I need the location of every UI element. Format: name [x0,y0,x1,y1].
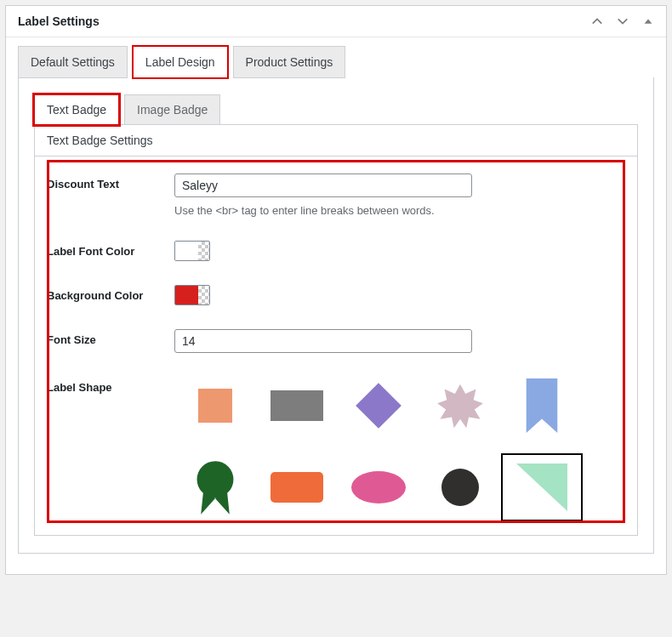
shape-rectangle[interactable] [256,372,338,440]
row-label-shape: Label Shape [47,377,625,521]
shape-circle[interactable] [419,453,501,521]
row-font-size: Font Size [47,329,625,353]
discount-text-input[interactable] [174,173,472,197]
panel-header-actions [591,15,654,27]
panel-header: Label Settings [6,6,666,37]
collapse-icon[interactable] [642,15,654,27]
subtab-content: Text Badge Settings Discount Text Use th… [34,124,638,536]
svg-marker-0 [437,384,483,429]
panel-title: Label Settings [18,14,591,28]
settings-panel: Label Settings Default Settings Label De… [5,5,667,575]
field-shape [174,377,625,521]
shape-square[interactable] [174,372,256,440]
alpha-pattern-icon [198,242,209,260]
panel-body: Default Settings Label Design Product Se… [6,37,666,574]
label-font-size: Font Size [47,329,174,353]
label-font-color: Label Font Color [47,241,174,261]
font-color-picker[interactable] [174,241,210,261]
discount-text-helper: Use the <br> tag to enter line breaks be… [174,204,625,217]
subtab-text-badge[interactable]: Text Badge [34,94,119,125]
svg-marker-1 [527,378,558,433]
shape-starburst[interactable] [419,372,501,440]
field-bg-color [174,285,625,305]
primary-tabs: Default Settings Label Design Product Se… [18,46,654,78]
bg-color-value [175,286,198,304]
svg-point-4 [197,461,234,498]
form-body: Discount Text Use the <br> tag to enter … [35,156,637,535]
section-title: Text Badge Settings [35,125,637,156]
shape-ribbon-circle[interactable] [174,453,256,521]
shape-oval[interactable] [338,453,419,521]
font-color-value [175,242,198,260]
tab-content: Text Badge Image Badge Text Badge Settin… [18,77,654,554]
shape-bookmark[interactable] [501,372,583,440]
secondary-tabs: Text Badge Image Badge [34,94,638,125]
shape-rounded-rect[interactable] [256,453,338,521]
shapes-grid [174,372,625,521]
tab-label-design[interactable]: Label Design [133,46,228,78]
chevron-down-icon[interactable] [617,15,629,27]
field-discount-text: Use the <br> tag to enter line breaks be… [174,173,625,217]
row-font-color: Label Font Color [47,241,625,261]
chevron-up-icon[interactable] [591,15,603,27]
label-shape: Label Shape [47,377,174,521]
svg-marker-5 [516,464,567,511]
field-font-size [174,329,625,353]
label-discount-text: Discount Text [47,173,174,217]
field-font-color [174,241,625,261]
label-bg-color: Background Color [47,285,174,305]
bg-color-picker[interactable] [174,285,210,305]
subtab-image-badge[interactable]: Image Badge [124,94,220,125]
tab-default-settings[interactable]: Default Settings [18,46,128,78]
alpha-pattern-icon [198,286,209,304]
row-bg-color: Background Color [47,285,625,305]
tab-product-settings[interactable]: Product Settings [233,46,346,78]
font-size-input[interactable] [174,329,472,353]
shape-triangle[interactable] [501,453,583,521]
row-discount-text: Discount Text Use the <br> tag to enter … [47,173,625,217]
shape-diamond[interactable] [338,372,419,440]
